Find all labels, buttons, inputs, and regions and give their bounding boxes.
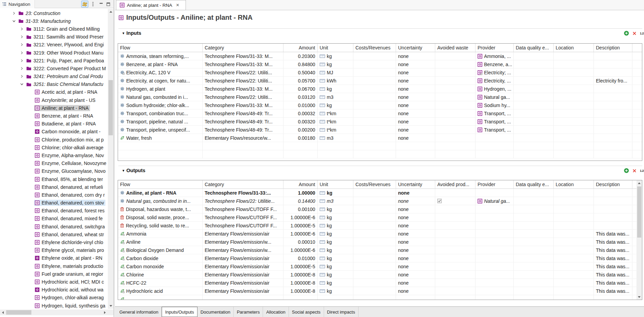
column-header[interactable]: Provider <box>475 44 514 52</box>
cell-amount[interactable]: 0.01000 <box>283 254 318 262</box>
cell-flow[interactable]: Natural gas, combusted in in... <box>118 197 203 205</box>
bottom-tab-general-information[interactable]: General information <box>116 307 162 317</box>
cell-description[interactable]: This data was... <box>594 246 632 254</box>
cell-costs[interactable] <box>353 134 396 142</box>
cell-costs[interactable] <box>353 287 396 295</box>
cell-description[interactable] <box>594 205 632 213</box>
cell-category[interactable]: Elementary Flows/emission/air <box>203 230 283 238</box>
cell-data-quality[interactable] <box>514 230 554 238</box>
cell-avoided[interactable] <box>435 52 475 60</box>
cell-category[interactable]: Elementary Flows/emission/air <box>203 287 283 295</box>
cell-location[interactable] <box>554 60 594 68</box>
cell-data-quality[interactable] <box>514 213 554 221</box>
cell-category[interactable]: Technosphere Flows/31-33: M... <box>203 85 283 93</box>
cell-unit[interactable]: kg <box>318 271 353 278</box>
cell-amount[interactable]: 0.00180 <box>283 134 318 142</box>
table-row[interactable]: HCFC-22Elementary Flows/emission/air1.00… <box>118 279 642 287</box>
column-header[interactable]: Description <box>594 44 632 52</box>
cell-category[interactable] <box>203 150 283 158</box>
cell-category[interactable]: Technosphere Flows/31-33: M... <box>203 101 283 109</box>
cell-unit[interactable] <box>318 150 353 158</box>
cell-uncertainty[interactable]: none <box>396 279 435 287</box>
cell-location[interactable] <box>554 126 594 134</box>
cell-costs[interactable] <box>353 150 396 158</box>
cell-amount[interactable]: 1.00000E-6 <box>283 213 318 221</box>
cell-uncertainty[interactable]: none <box>396 118 435 125</box>
table-row[interactable]: Sodium hydroxide; chlor-alk...Technosphe… <box>118 101 642 109</box>
tree-item[interactable]: Chlorine; chlor-alkali average <box>0 144 108 151</box>
cell-flow[interactable]: Biological Oxygen Demand <box>118 246 203 254</box>
cell-uncertainty[interactable]: none <box>396 134 435 142</box>
cell-category[interactable]: Technosphere Flows/48-49: Tr... <box>203 109 283 117</box>
cell-provider[interactable] <box>475 279 514 287</box>
cell-avoided[interactable] <box>435 287 475 295</box>
tree-item[interactable]: 3241: Petroleum and Coal Produ <box>0 73 108 80</box>
scroll-right-icon[interactable] <box>102 310 108 315</box>
cell-costs[interactable] <box>353 118 396 125</box>
tree-item[interactable]: 3221: Pulp, Paper, and Paperboa <box>0 57 108 64</box>
table-row[interactable]: Disposal, solid waste, proce...Technosph… <box>118 213 642 222</box>
cell-category[interactable]: Elementary Flows/emission/air <box>203 254 283 262</box>
column-header[interactable]: Unit <box>318 180 353 188</box>
cell-category[interactable]: Technosphere Flows/CUTOFF F... <box>203 213 283 221</box>
cell-amount[interactable] <box>283 295 318 300</box>
cell-description[interactable] <box>594 93 632 101</box>
cell-avoided[interactable] <box>435 262 475 270</box>
cell-amount[interactable]: 0.00320 <box>283 118 318 125</box>
cell-category[interactable]: Elementary Flows/emission/air <box>203 262 283 270</box>
cell-costs[interactable] <box>353 101 396 109</box>
cell-provider[interactable]: Benzene, a... <box>475 60 514 68</box>
cell-category[interactable]: Technosphere Flows/CUTOFF F... <box>203 222 283 229</box>
tree-item[interactable]: Hydrochloric acid, without wa <box>0 286 108 294</box>
cell-unit[interactable]: t*km <box>318 126 353 134</box>
cell-avoided[interactable] <box>435 205 475 213</box>
cell-unit[interactable]: t*km <box>318 118 353 125</box>
cell-flow[interactable]: Sodium hydroxide; chlor-alk... <box>118 101 203 109</box>
cell-avoided[interactable] <box>435 126 475 134</box>
cell-flow[interactable]: Recycling, solid waste, to re... <box>118 222 203 229</box>
add-icon[interactable] <box>624 168 629 173</box>
cell-location[interactable] <box>554 230 594 238</box>
cell-provider[interactable] <box>475 205 514 213</box>
bottom-tab-inputs-outputs[interactable]: Inputs/Outputs <box>162 307 197 317</box>
tree-item[interactable]: 3211: Sawmills and Wood Preser <box>0 33 108 41</box>
cell-avoided[interactable] <box>435 222 475 229</box>
table-row[interactable]: Ammonia, steam reforming,...Technosphere… <box>118 52 642 60</box>
cell-costs[interactable] <box>353 254 396 262</box>
chevron-right-icon[interactable] <box>19 27 24 31</box>
table-row[interactable]: Disposal, hazardous waste, t...Technosph… <box>118 205 642 213</box>
table-row[interactable]: Electricity, AC, 120 VTechnosphere Flows… <box>118 69 642 77</box>
table-row[interactable]: Transport, pipeline, natural ...Technosp… <box>118 118 642 126</box>
cell-data-quality[interactable] <box>514 279 554 287</box>
cell-provider[interactable]: Natural ga... <box>475 197 514 205</box>
cell-description[interactable]: This data was... <box>594 262 632 270</box>
cell-flow[interactable]: Carbon dioxide <box>118 254 203 262</box>
cell-uncertainty[interactable]: none <box>396 254 435 262</box>
cell-unit[interactable]: kg <box>318 85 353 93</box>
cell-uncertainty[interactable]: none <box>396 213 435 221</box>
cell-costs[interactable] <box>353 109 396 117</box>
cell-provider[interactable] <box>475 213 514 221</box>
cell-avoided[interactable] <box>435 77 475 85</box>
cell-uncertainty[interactable]: none <box>396 246 435 254</box>
cell-costs[interactable] <box>353 246 396 254</box>
cell-uncertainty[interactable]: none <box>396 222 435 229</box>
cell-location[interactable] <box>554 93 594 101</box>
table-row[interactable]: Carbon monoxideElementary Flows/emission… <box>118 262 642 271</box>
tree-item[interactable]: Chlorine, production mix, at p <box>0 136 108 144</box>
close-icon[interactable]: ✕ <box>176 3 179 7</box>
scroll-down-icon[interactable] <box>108 303 114 309</box>
cell-description[interactable]: This data was... <box>594 238 632 246</box>
cell-flow[interactable]: Disposal, hazardous waste, t... <box>118 205 203 213</box>
tree-item[interactable]: Ethylene oxide, at plant - RN <box>0 254 108 262</box>
scroll-down-icon[interactable] <box>636 294 642 300</box>
cell-flow[interactable]: Aniline <box>118 238 203 246</box>
cell-flow[interactable]: Transport, combination truc... <box>118 109 203 117</box>
cell-avoided[interactable] <box>435 69 475 76</box>
tree-item[interactable]: 31-33: Manufacturing <box>0 17 108 25</box>
cell-provider[interactable] <box>475 230 514 238</box>
minimize-icon[interactable] <box>98 1 105 7</box>
cell-unit[interactable]: m3 <box>318 197 353 205</box>
cell-provider[interactable] <box>475 295 514 300</box>
cell-uncertainty[interactable] <box>396 150 435 158</box>
